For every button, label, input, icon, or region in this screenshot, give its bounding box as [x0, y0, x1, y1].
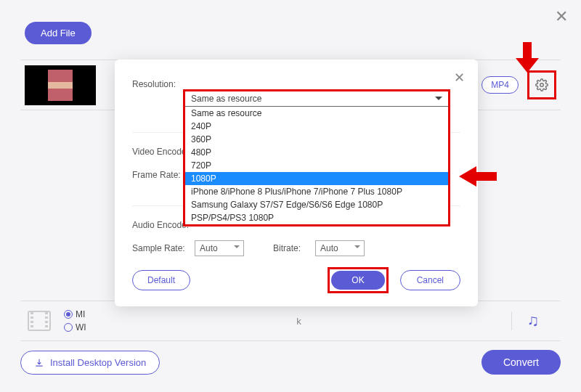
resolution-option[interactable]: 360P: [185, 133, 448, 146]
resolution-options-list: Same as resource240P360P480P720P1080PiPh…: [185, 107, 448, 224]
svg-point-0: [540, 83, 544, 87]
resolution-dropdown: Same as resource Same as resource240P360…: [183, 89, 450, 226]
annotation-arrow-left: [458, 166, 497, 190]
resolution-option[interactable]: iPhone 8/iPhone 8 Plus/iPhone 7/iPhone 7…: [185, 185, 448, 198]
radio-option-1[interactable]: MI: [64, 309, 86, 319]
bitrate-select[interactable]: Auto: [315, 240, 365, 256]
modal-close-icon[interactable]: ✕: [454, 70, 465, 86]
resolution-option[interactable]: 1080P: [185, 172, 448, 185]
ok-button[interactable]: OK: [331, 271, 384, 290]
resolution-option[interactable]: 480P: [185, 146, 448, 159]
resolution-label: Resolution:: [132, 79, 195, 89]
resolution-option[interactable]: 720P: [185, 159, 448, 172]
radio-option-2[interactable]: WI: [64, 322, 86, 332]
sample-rate-select[interactable]: Auto: [195, 240, 244, 256]
resolution-option[interactable]: PSP/PS4/PS3 1080P: [185, 211, 448, 224]
download-icon: [34, 358, 44, 368]
resolution-option[interactable]: Same as resource: [185, 107, 448, 120]
gear-icon: [535, 78, 548, 91]
resolution-option[interactable]: Samsung Galaxy S7/S7 Edge/S6/S6 Edge 108…: [185, 198, 448, 211]
format-badge[interactable]: MP4: [482, 76, 519, 94]
resolution-option[interactable]: 240P: [185, 120, 448, 133]
main-close-icon[interactable]: ✕: [555, 7, 568, 26]
video-icon[interactable]: [28, 311, 51, 331]
bitrate-label: Bitrate:: [273, 243, 309, 253]
cancel-button[interactable]: Cancel: [400, 270, 460, 290]
radio-group: MI WI: [64, 309, 86, 332]
music-icon[interactable]: ♫: [511, 311, 553, 330]
resolution-selected[interactable]: Same as resource: [185, 91, 448, 107]
ok-highlight: OK: [328, 267, 388, 293]
add-file-button[interactable]: Add File: [25, 22, 92, 44]
k-text: k: [296, 316, 301, 327]
sample-rate-label: Sample Rate:: [132, 243, 195, 253]
convert-button[interactable]: Convert: [482, 350, 561, 375]
video-thumbnail[interactable]: [25, 65, 96, 105]
bottom-toolbar: MI WI k ♫: [20, 301, 561, 341]
annotation-arrow-down: [514, 42, 540, 77]
install-desktop-button[interactable]: Install Desktop Version: [20, 351, 160, 375]
default-button[interactable]: Default: [132, 270, 190, 290]
